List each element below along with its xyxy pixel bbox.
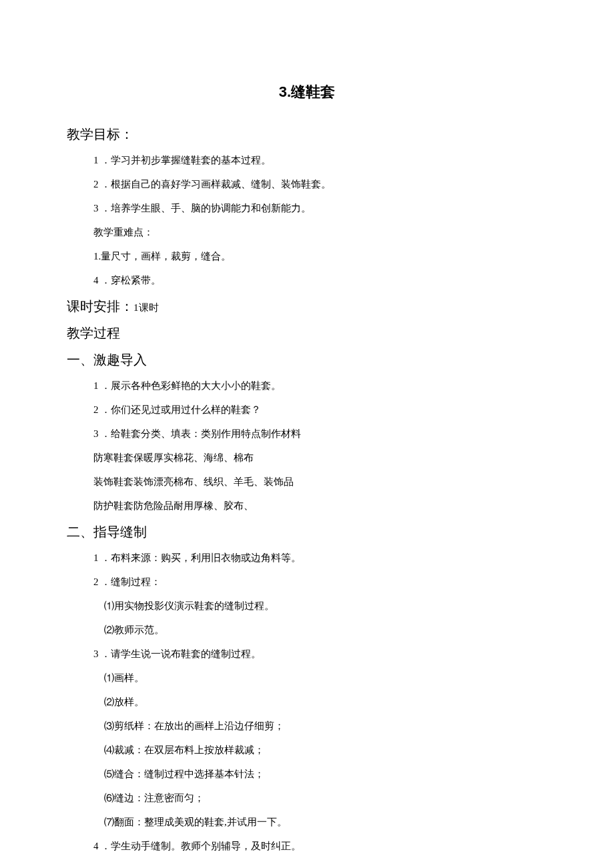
intro-item-1: 1 ．展示各种色彩鲜艳的大大小小的鞋套。 [93,376,547,396]
intro-item-4: 防寒鞋套保暖厚实棉花、海绵、棉布 [93,448,547,468]
schedule-label: 课时安排： [67,299,133,314]
sewing-item-3: 3 ．请学生说一说布鞋套的缝制过程。 [93,644,547,664]
goal-item-1: 1 ．学习并初步掌握缝鞋套的基本过程。 [93,150,547,170]
sewing-sub2-4: ⑷裁减：在双层布料上按放样裁减； [104,740,547,760]
sewing-sub2-1: ⑴画样。 [104,668,547,688]
intro-item-2: 2 ．你们还见过或用过什么样的鞋套？ [93,400,547,420]
goal-item-2: 2 ．根据自己的喜好学习画样裁减、缝制、装饰鞋套。 [93,174,547,194]
sewing-sub1-2: ⑵教师示范。 [104,620,547,640]
schedule-value: 1课时 [133,302,159,313]
schedule-heading: 课时安排：1课时 [67,296,547,317]
sewing-sub2-7: ⑺翻面：整理成美观的鞋套,并试用一下。 [104,812,547,832]
section-goals-heading: 教学目标： [67,123,547,145]
sewing-sub2-3: ⑶剪纸样：在放出的画样上沿边仔细剪； [104,716,547,736]
sewing-sub1-1: ⑴用实物投影仪演示鞋套的缝制过程。 [104,596,547,616]
sewing-sub2-6: ⑹缝边：注意密而匀； [104,788,547,808]
sewing-item-1: 1 ．布料来源：购买，利用旧衣物或边角料等。 [93,548,547,568]
sewing-item-2: 2 ．缝制过程： [93,572,547,592]
intro-item-6: 防护鞋套防危险品耐用厚橡、胶布、 [93,496,547,516]
goal-point-4: 4 ．穿松紧带。 [93,270,547,290]
goal-item-3: 3 ．培养学生眼、手、脑的协调能力和创新能力。 [93,198,547,218]
section-intro-heading: 一、激趣导入 [67,349,547,370]
process-heading: 教学过程 [67,322,547,344]
sewing-item-4: 4 ．学生动手缝制。教师个别辅导，及时纠正。 [93,836,547,856]
document-title: 3.缝鞋套 [67,80,547,103]
intro-item-5: 装饰鞋套装饰漂亮棉布、线织、羊毛、装饰品 [93,472,547,492]
goal-point-1: 1.量尺寸，画样，裁剪，缝合。 [93,246,547,266]
sewing-sub2-5: ⑸缝合：缝制过程中选择基本针法； [104,764,547,784]
section-sewing-heading: 二、指导缝制 [67,521,547,542]
sewing-sub2-2: ⑵放样。 [104,692,547,712]
goal-subheading: 教学重难点： [93,222,547,242]
intro-item-3: 3 ．给鞋套分类、填表：类别作用特点制作材料 [93,424,547,444]
